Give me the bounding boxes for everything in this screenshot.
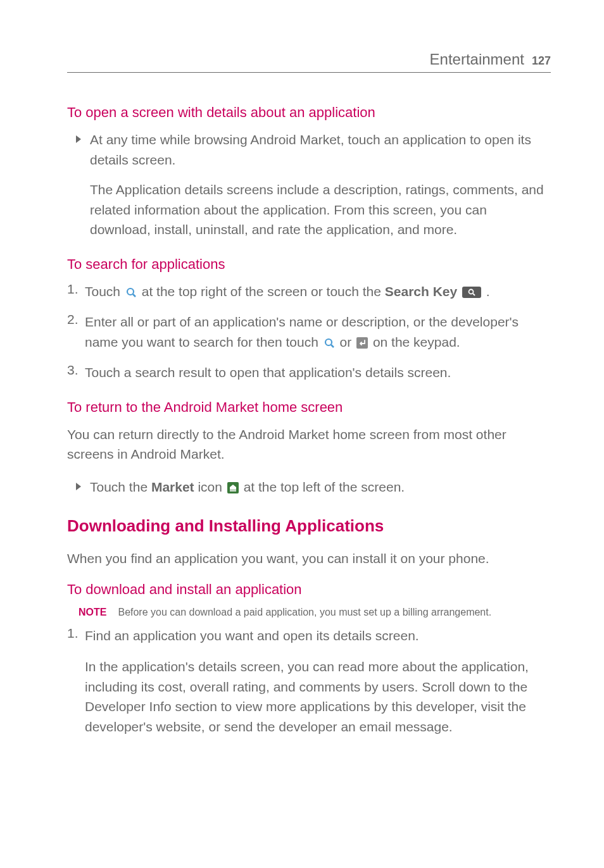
heading-return-home: To return to the Android Market home scr… (67, 399, 551, 416)
triangle-bullet-icon (76, 135, 81, 143)
note-text: Before you can download a paid applicati… (118, 607, 491, 618)
heading-open-details: To open a screen with details about an a… (67, 104, 551, 121)
paragraph: When you find an application you want, y… (67, 549, 551, 569)
list-text: Enter all or part of an application's na… (85, 312, 551, 354)
numbered-item-1: 1. Find an application you want and open… (67, 626, 551, 646)
svg-line-2 (133, 294, 135, 297)
enter-key-icon (356, 337, 368, 351)
numbered-item-1: 1. Touch at the top right of the screen … (67, 282, 551, 304)
list-number: 1. (67, 282, 80, 304)
search-icon (324, 334, 335, 354)
list-number: 2. (67, 312, 80, 354)
bullet-text: Touch the Market icon at the top left of… (90, 477, 551, 499)
note-label: NOTE (79, 607, 106, 618)
svg-point-6 (325, 339, 332, 345)
note: NOTE Before you can download a paid appl… (67, 607, 551, 618)
bullet-text: At any time while browsing Android Marke… (90, 130, 551, 170)
page-number: 127 (532, 54, 551, 68)
svg-line-7 (331, 345, 334, 347)
svg-marker-0 (76, 135, 81, 143)
section-open-details: To open a screen with details about an a… (67, 104, 551, 240)
svg-rect-11 (230, 489, 236, 492)
heading-download-install: To download and install an application (67, 581, 551, 598)
bullet-item: Touch the Market icon at the top left of… (67, 477, 551, 499)
numbered-item-2: 2. Enter all or part of an application's… (67, 312, 551, 354)
svg-rect-3 (462, 287, 481, 298)
numbered-item-3: 3. Touch a search result to open that ap… (67, 363, 551, 383)
section-return-home: To return to the Android Market home scr… (67, 399, 551, 499)
list-text: Touch at the top right of the screen or … (85, 282, 490, 304)
page-header: Entertainment 127 (67, 51, 551, 73)
section-search-apps: To search for applications 1. Touch at t… (67, 256, 551, 383)
paragraph: In the application's details screen, you… (67, 657, 551, 736)
triangle-bullet-icon (76, 483, 81, 490)
paragraph: You can return directly to the Android M… (67, 425, 551, 464)
header-title: Entertainment (430, 51, 524, 68)
search-icon (125, 283, 137, 304)
svg-rect-8 (356, 337, 368, 349)
bullet-item: At any time while browsing Android Marke… (67, 130, 551, 240)
list-number: 1. (67, 626, 80, 646)
list-number: 3. (67, 363, 80, 383)
heading-search-apps: To search for applications (67, 256, 551, 273)
bullet-paragraph: The Application details screens include … (90, 180, 551, 240)
search-key-icon (462, 286, 481, 301)
market-icon (227, 481, 239, 496)
list-text: Touch a search result to open that appli… (85, 363, 451, 383)
svg-point-1 (127, 288, 134, 295)
heading-downloading-installing: Downloading and Installing Applications (67, 516, 551, 536)
svg-marker-9 (76, 483, 81, 490)
list-text: Find an application you want and open it… (85, 626, 419, 646)
section-download-install: To download and install an application N… (67, 581, 551, 737)
